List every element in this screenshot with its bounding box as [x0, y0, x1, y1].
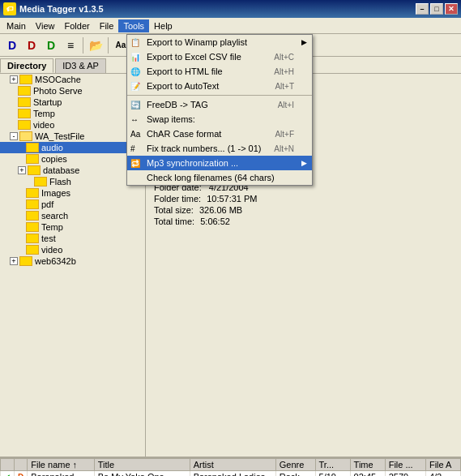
cell-filename: Barenaked ...: [28, 471, 95, 477]
menu-item-3[interactable]: 📝Export to AutoTextAlt+T: [127, 79, 312, 93]
folder-icon: [28, 165, 41, 175]
folder-icon: [18, 109, 31, 118]
folder-icon: [18, 120, 31, 130]
tree-item-audio[interactable]: audio: [0, 142, 145, 153]
file-list-scroll[interactable]: File name ↑ Title Artist Genre Tr... Tim…: [0, 458, 461, 476]
menu-item-icon: Aa: [130, 130, 140, 139]
toolbar-btn-3[interactable]: D: [42, 36, 60, 54]
col-genre[interactable]: Genre: [275, 459, 315, 471]
tree-item-database[interactable]: + database: [0, 165, 145, 176]
table-header-row: File name ↑ Title Artist Genre Tr... Tim…: [1, 459, 461, 471]
menu-item-7[interactable]: #Fix track numbers... (1 -> 01)Alt+N: [127, 141, 312, 156]
folder-icon: [26, 234, 39, 243]
tree-item-watestfile[interactable]: - WA_TestFile: [0, 131, 145, 142]
expand-icon[interactable]: +: [10, 75, 18, 84]
menu-item-icon: 🔄: [130, 101, 140, 109]
tree-item-images[interactable]: Images: [0, 187, 145, 199]
toolbar-btn-4[interactable]: ≡: [62, 36, 79, 54]
tree-item-search[interactable]: search: [0, 210, 145, 221]
menu-main[interactable]: Main: [2, 19, 31, 32]
title-bar: 🏷 Media Tagger v1.3.5 – □ ✕: [0, 0, 461, 18]
folder-icon: [26, 143, 39, 152]
menu-item-2[interactable]: 🌐Export to HTML fileAlt+H: [127, 64, 312, 79]
menu-item-icon: 📋: [130, 38, 140, 47]
menu-folder[interactable]: Folder: [60, 19, 95, 32]
menu-item-4[interactable]: 🔄FreeDB -> TAGAlt+I: [127, 97, 312, 112]
col-title[interactable]: Title: [94, 459, 190, 471]
menu-shortcut: Alt+C: [274, 53, 307, 62]
menu-item-icon: 📊: [130, 53, 140, 62]
tree-item-photoserve[interactable]: Photo Serve: [0, 85, 145, 96]
file-list-area: File name ↑ Title Artist Genre Tr... Tim…: [0, 457, 461, 476]
menu-item-6[interactable]: AaChAR Case formatAlt+F: [127, 127, 312, 141]
toolbar-open[interactable]: 📂: [87, 36, 105, 54]
col-track[interactable]: Tr...: [315, 459, 350, 471]
tree-item-temp2[interactable]: Temp: [0, 221, 145, 233]
menu-shortcut: Alt+T: [275, 82, 307, 91]
tree-item-copies[interactable]: copies: [0, 153, 145, 165]
menu-item-8[interactable]: 🔁Mp3 synchronization ...: [127, 156, 312, 170]
menu-item-9[interactable]: Check long filenames (64 chars): [127, 170, 312, 185]
folder-icon: [19, 131, 32, 141]
tools-menu-popup: 📋Export to Winamp playlist📊Export to Exc…: [126, 34, 313, 186]
cell-icon: D: [15, 471, 28, 477]
tree-item-pdf[interactable]: pdf: [0, 199, 145, 210]
tree-item-flash[interactable]: Flash: [0, 176, 145, 187]
col-filename[interactable]: File name ↑: [28, 459, 95, 471]
expand-icon[interactable]: -: [10, 132, 18, 140]
tree-item-video1[interactable]: video: [0, 119, 145, 131]
menu-item-0[interactable]: 📋Export to Winamp playlist: [127, 35, 312, 49]
folder-icon: [18, 86, 31, 96]
tree-item-temp1[interactable]: Temp: [0, 108, 145, 119]
folder-icon: [26, 211, 39, 221]
folder-icon: [19, 75, 32, 84]
col-artist[interactable]: Artist: [190, 459, 275, 471]
maximize-button[interactable]: □: [430, 3, 443, 15]
left-panel: Directory ID3 & AP + MSOCache Photo Serv…: [0, 57, 146, 457]
tab-id3[interactable]: ID3 & AP: [55, 58, 106, 73]
window-controls: – □ ✕: [416, 3, 458, 15]
tree-item-test[interactable]: test: [0, 233, 145, 244]
col-filea[interactable]: File A: [425, 459, 460, 471]
left-panel-tabs: Directory ID3 & AP: [0, 57, 145, 74]
toolbar-btn-2[interactable]: D: [23, 36, 41, 54]
cell-time: 02:45: [350, 471, 385, 477]
menu-item-5[interactable]: ↔Swap items:: [127, 112, 312, 127]
cell-track: 5/19: [315, 471, 350, 477]
tab-directory[interactable]: Directory: [0, 58, 53, 73]
tree-item-msocache[interactable]: + MSOCache: [0, 74, 145, 85]
menu-item-label: Export to AutoText: [147, 81, 219, 91]
table-row[interactable]: ✔ D Barenaked ... Be My Yoko Ono Barenak…: [1, 471, 461, 477]
close-button[interactable]: ✕: [445, 3, 458, 15]
tree-item-web6342b[interactable]: + web6342b: [0, 255, 145, 267]
expand-icon[interactable]: +: [10, 257, 18, 265]
col-filesize[interactable]: File ...: [385, 459, 425, 471]
tree-item-startup[interactable]: Startup: [0, 96, 145, 108]
menu-view[interactable]: View: [31, 19, 60, 32]
col-time[interactable]: Time: [350, 459, 385, 471]
minimize-button[interactable]: –: [416, 3, 429, 15]
menu-file[interactable]: File: [95, 19, 119, 32]
menu-help[interactable]: Help: [149, 19, 177, 32]
folder-icon: [34, 177, 47, 187]
menu-item-1[interactable]: 📊Export to Excel CSV fileAlt+C: [127, 49, 312, 64]
menu-item-label: Export to Winamp playlist: [147, 37, 247, 47]
toolbar-btn-1[interactable]: D: [3, 36, 21, 54]
menu-item-icon: 📝: [130, 82, 140, 91]
folder-icon: [26, 199, 39, 209]
menu-item-label: Check long filenames (64 chars): [147, 173, 275, 182]
cell-check[interactable]: ✔: [1, 471, 15, 477]
expand-icon[interactable]: +: [18, 166, 26, 174]
folder-totaltime-row: Total time: 5:06:52: [151, 217, 456, 226]
folder-size-row: Total size: 326.06 MB: [151, 205, 456, 215]
col-check[interactable]: [1, 459, 15, 471]
tree-view[interactable]: + MSOCache Photo Serve Startup Temp: [0, 74, 145, 457]
menu-tools[interactable]: Tools: [118, 19, 149, 32]
col-icon[interactable]: [15, 459, 28, 471]
app-title: Media Tagger v1.3.5: [19, 4, 104, 14]
tree-item-video2[interactable]: video: [0, 244, 145, 255]
menu-bar: Main View Folder File Tools Help: [0, 18, 461, 34]
menu-item-label: Swap items:: [147, 114, 195, 124]
folder-icon: [26, 188, 39, 198]
menu-shortcut: Alt+H: [274, 67, 307, 76]
